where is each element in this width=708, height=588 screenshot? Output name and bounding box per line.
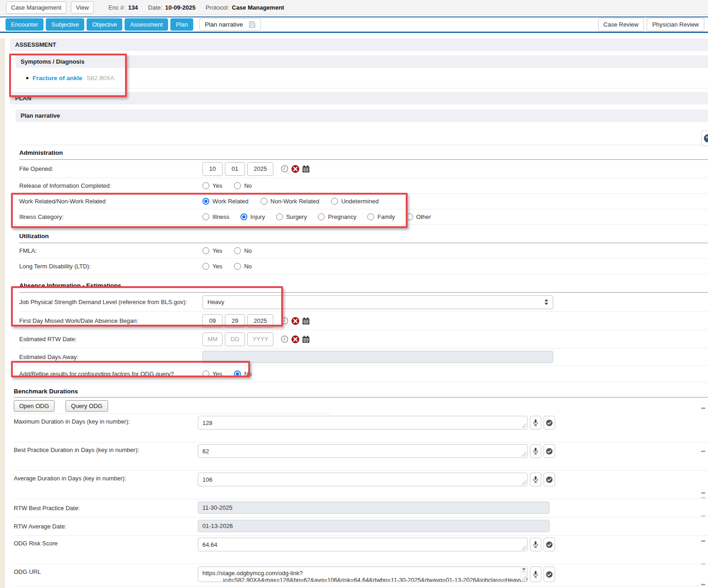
plan-narrative-title: Plan narrative xyxy=(21,112,60,119)
rtw-best-practice-label: RTW Best Practice Date: xyxy=(14,499,198,512)
confirm-button[interactable] xyxy=(544,538,555,551)
confirm-button[interactable] xyxy=(544,473,555,486)
best-practice-label: Best Practice Duration in Days (key in n… xyxy=(14,442,198,453)
file-opened-month-input[interactable] xyxy=(202,162,223,176)
odg-url-label: ODG URL xyxy=(14,564,198,575)
radio-off-icon xyxy=(276,213,283,220)
resize-grip-icon[interactable] xyxy=(522,424,526,428)
odg-risk-score-row: ODG Risk Score 64.64 xyxy=(14,536,708,564)
clear-date-icon[interactable] xyxy=(291,165,300,173)
clear-date-icon[interactable] xyxy=(291,317,300,325)
confirm-button[interactable] xyxy=(544,444,555,458)
odg-risk-score-input[interactable]: 64.64 xyxy=(198,538,528,551)
plan-narrative-button[interactable]: Plan narrative xyxy=(199,18,261,31)
case-review-button[interactable]: Case Review xyxy=(598,18,644,31)
view-button[interactable]: View xyxy=(71,1,94,14)
case-management-screen: Case Management View Enc #: 134 Date: 10… xyxy=(0,0,708,588)
radio-off-icon xyxy=(234,263,241,270)
file-opened-year-input[interactable] xyxy=(247,162,273,176)
tab-assessment[interactable]: Assessment xyxy=(125,18,168,31)
fmla-yes-radio[interactable]: Yes xyxy=(202,247,222,254)
best-practice-input[interactable]: 62 xyxy=(198,444,528,458)
max-duration-input[interactable]: 128 xyxy=(198,416,528,430)
radio-label: Injury xyxy=(251,213,265,220)
plan-section-header: PLAN xyxy=(10,92,708,104)
mic-button[interactable] xyxy=(530,416,541,430)
assessment-section-header: ASSESSMENT xyxy=(10,38,708,51)
surgery-radio[interactable]: Surgery xyxy=(276,213,307,220)
estimated-rtw-label: Estimated RTW Date: xyxy=(19,336,202,343)
radio-label: Pregnancy xyxy=(328,213,356,220)
rtw-year-input[interactable] xyxy=(247,332,273,346)
release-no-radio[interactable]: No xyxy=(234,182,252,189)
mic-button[interactable] xyxy=(530,444,541,458)
confounding-label: Add/Refine results for confounding facto… xyxy=(19,370,202,377)
scroll-down-icon[interactable] xyxy=(522,568,526,571)
case-management-button[interactable]: Case Management xyxy=(6,1,66,14)
assessment-title: ASSESSMENT xyxy=(15,41,56,48)
fmla-no-radio[interactable]: No xyxy=(234,247,252,254)
file-opened-day-input[interactable] xyxy=(225,162,245,176)
open-odg-button[interactable]: Open ODG xyxy=(14,400,54,412)
tab-encounter[interactable]: Encounter xyxy=(5,18,44,31)
resize-grip-icon[interactable] xyxy=(522,480,526,485)
tab-subjective[interactable]: Subjective xyxy=(46,18,84,31)
pregnancy-radio[interactable]: Pregnancy xyxy=(318,213,356,220)
diagnosis-code: S82.90XA xyxy=(87,75,114,82)
clipped-right-mark xyxy=(701,497,705,498)
work-related-radio[interactable]: Work Related xyxy=(202,198,249,205)
mic-button[interactable] xyxy=(530,566,541,582)
injury-radio[interactable]: Injury xyxy=(240,213,265,220)
clock-icon[interactable] xyxy=(281,165,289,173)
odg-url-input[interactable]: https://stage.odgbymcg.com/odg-link? icd… xyxy=(198,566,528,582)
work-related-row: Work Related/Non-Work Related Work Relat… xyxy=(19,194,708,209)
first-day-month-input[interactable] xyxy=(202,314,223,328)
first-day-year-input[interactable] xyxy=(247,314,273,328)
illness-radio[interactable]: Illness xyxy=(202,213,229,220)
confirm-button[interactable] xyxy=(544,566,555,582)
clock-icon[interactable] xyxy=(281,335,289,343)
radio-label: Yes xyxy=(212,263,222,270)
other-radio[interactable]: Other xyxy=(406,213,431,220)
tab-plan[interactable]: Plan xyxy=(170,18,193,31)
family-radio[interactable]: Family xyxy=(367,213,395,220)
absence-information-header: Absence Information - Estimations xyxy=(19,278,708,293)
undetermined-radio[interactable]: Undetermined xyxy=(331,198,379,205)
mic-button[interactable] xyxy=(530,473,541,486)
rtw-month-input[interactable] xyxy=(202,332,223,346)
narrative-tool-button[interactable] xyxy=(701,131,708,146)
calendar-icon[interactable] xyxy=(302,165,310,173)
save-icon[interactable] xyxy=(249,21,256,28)
query-odg-button[interactable]: Query ODG xyxy=(65,400,108,412)
non-work-related-radio[interactable]: Non-Work Related xyxy=(261,198,320,205)
confounding-yes-radio[interactable]: Yes xyxy=(202,370,222,377)
mic-button[interactable] xyxy=(530,538,541,551)
tab-objective[interactable]: Objective xyxy=(87,18,122,31)
resize-grip-icon[interactable] xyxy=(522,576,526,581)
radio-label: Non-Work Related xyxy=(271,198,320,205)
resize-grip-icon[interactable] xyxy=(522,545,526,550)
avg-duration-row: Average Duration in Days (key in number)… xyxy=(14,471,708,499)
clipped-right-mark xyxy=(701,408,705,409)
rtw-day-input[interactable] xyxy=(225,332,245,346)
job-demand-select[interactable]: Heavy xyxy=(202,295,553,309)
protocol-value: Case Management xyxy=(232,4,284,11)
ltd-no-radio[interactable]: No xyxy=(234,263,252,270)
resize-grip-icon[interactable] xyxy=(522,452,526,457)
calendar-icon[interactable] xyxy=(302,317,310,325)
clear-date-icon[interactable] xyxy=(291,335,300,343)
diagnosis-link[interactable]: Fracture of ankle xyxy=(33,75,82,82)
first-day-day-input[interactable] xyxy=(225,314,245,328)
radio-off-icon xyxy=(202,182,209,189)
release-yes-radio[interactable]: Yes xyxy=(202,182,222,189)
odg-url-line1: https://stage.odgbymcg.com/odg-link? xyxy=(202,570,520,577)
ltd-yes-radio[interactable]: Yes xyxy=(202,263,222,270)
physician-review-button[interactable]: Physician Review xyxy=(647,18,704,31)
calendar-icon[interactable] xyxy=(302,336,310,343)
avg-duration-input[interactable]: 106 xyxy=(198,473,528,486)
confirm-button[interactable] xyxy=(544,416,555,430)
confounding-no-radio[interactable]: No xyxy=(234,370,252,377)
left-margin-strip xyxy=(0,38,5,588)
avg-duration-label: Average Duration in Days (key in number)… xyxy=(14,471,198,482)
clock-icon[interactable] xyxy=(281,317,289,325)
